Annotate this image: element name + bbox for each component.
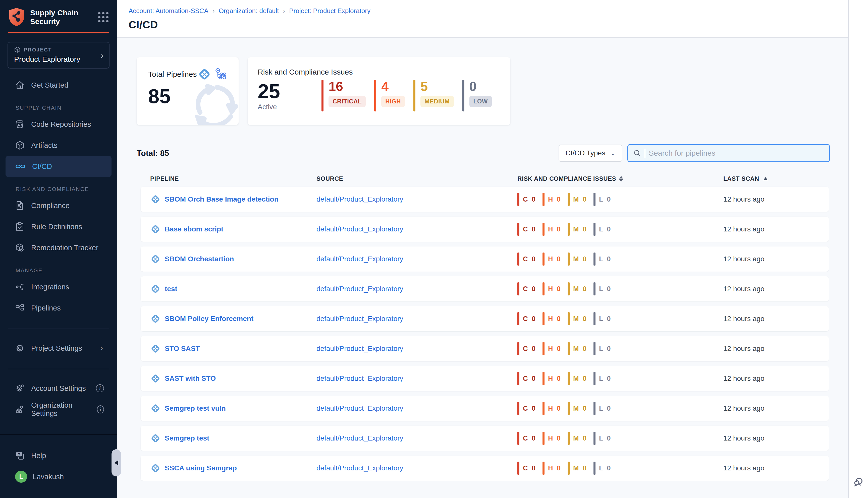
table-row[interactable]: STO SAST default/Product_Exploratory C 0… (141, 336, 829, 361)
app-title: Supply Chain Security (30, 8, 93, 26)
sidebar-item-rule-definitions[interactable]: Rule Definitions (0, 216, 117, 237)
supply-chain-security-logo-icon (9, 8, 25, 27)
pipeline-source-link[interactable]: default/Product_Exploratory (316, 225, 517, 233)
sidebar-item-help[interactable]: ? Help (0, 445, 117, 466)
pipeline-name-link[interactable]: SBOM Orch Base Image detection (165, 195, 278, 203)
sidebar-nav: Get Started SUPPLY CHAIN Code Repositori… (0, 75, 117, 420)
table-row[interactable]: SBOM Orchestartion default/Product_Explo… (141, 247, 829, 272)
user-avatar[interactable]: L (15, 471, 27, 483)
home-icon (15, 80, 25, 90)
sidebar-item-code-repositories[interactable]: Code Repositories (0, 114, 117, 135)
pipeline-name-link[interactable]: SBOM Policy Enforcement (165, 315, 254, 323)
column-header-risk-issues[interactable]: RISK AND COMPLIANCE ISSUES (517, 175, 723, 182)
medium-count-badge: M 0 (568, 283, 587, 296)
pipeline-source-link[interactable]: default/Product_Exploratory (316, 404, 517, 412)
pipeline-source-link[interactable]: default/Product_Exploratory (316, 464, 517, 472)
medium-count-badge: M 0 (568, 372, 587, 385)
table-row[interactable]: SSCA using Semgrep default/Product_Explo… (141, 456, 829, 481)
sidebar-item-user-profile[interactable]: L Lavakush (0, 466, 117, 487)
sidebar-item-account-settings[interactable]: Account Settings i (0, 378, 117, 399)
sidebar-item-organization-settings[interactable]: Organization Settings i (0, 399, 117, 420)
sidebar-item-cicd[interactable]: CI/CD (5, 156, 112, 177)
last-scan-value: 12 hours ago (723, 225, 829, 233)
pipeline-source-link[interactable]: default/Product_Exploratory (316, 375, 517, 382)
medium-count-badge: M 0 (568, 462, 587, 475)
table-row[interactable]: Base sbom script default/Product_Explora… (141, 217, 829, 242)
info-icon[interactable]: i (96, 384, 104, 392)
sidebar-item-remediation-tracker[interactable]: Remediation Tracker (0, 237, 117, 258)
column-header-last-scan[interactable]: LAST SCAN (723, 175, 829, 182)
pipeline-name-link[interactable]: Semgrep test (165, 434, 209, 442)
sort-icon (619, 176, 623, 182)
pipeline-name-link[interactable]: Semgrep test vuln (165, 404, 226, 412)
sidebar-item-get-started[interactable]: Get Started (0, 75, 117, 96)
low-count: 0 (469, 80, 492, 93)
risk-compliance-card: Risk and Compliance Issues 25 Active 16 … (248, 57, 510, 125)
sidebar-item-compliance[interactable]: Compliance (0, 195, 117, 216)
text-cursor (645, 148, 645, 158)
pipeline-issue-badges: C 0 H 0 M 0 L 0 (517, 283, 723, 296)
app-switcher-grid-icon[interactable] (98, 12, 108, 22)
pipeline-source-link[interactable]: default/Product_Exploratory (316, 434, 517, 442)
table-header-row: PIPELINE SOURCE RISK AND COMPLIANCE ISSU… (141, 175, 829, 182)
cicd-types-dropdown-label: CI/CD Types (566, 149, 605, 157)
table-row[interactable]: Semgrep test vuln default/Product_Explor… (141, 396, 829, 421)
pipeline-search[interactable] (627, 144, 830, 162)
pipeline-name-link[interactable]: STO SAST (165, 345, 200, 353)
search-input[interactable] (649, 149, 824, 157)
sidebar: Supply Chain Security PROJECT Product Ex… (0, 0, 117, 498)
breadcrumb-account[interactable]: Account: Automation-SSCA (129, 7, 208, 15)
pipeline-source-link[interactable]: default/Product_Exploratory (316, 345, 517, 353)
column-header-pipeline[interactable]: PIPELINE (150, 175, 316, 182)
last-scan-value: 12 hours ago (723, 404, 829, 412)
severity-critical: 16 CRITICAL (322, 80, 366, 112)
medium-badge: MEDIUM (420, 96, 454, 107)
low-count-badge: L 0 (594, 283, 612, 296)
summary-cards: Total Pipelines 85 Risk and Compliance I… (137, 57, 848, 125)
info-icon[interactable]: i (97, 405, 104, 414)
pipeline-name-link[interactable]: Base sbom script (165, 225, 223, 233)
severity-medium: 5 MEDIUM (413, 80, 454, 112)
sidebar-item-label: Help (31, 451, 46, 460)
table-row[interactable]: SAST with STO default/Product_Explorator… (141, 366, 829, 391)
pipeline-source-link[interactable]: default/Product_Exploratory (316, 285, 517, 293)
table-row[interactable]: Semgrep test default/Product_Exploratory… (141, 426, 829, 451)
pipeline-name-link[interactable]: SAST with STO (165, 375, 216, 382)
pipeline-diamond-icon (150, 403, 161, 414)
breadcrumb-project[interactable]: Project: Product Exploratory (289, 7, 371, 15)
gear-icon (15, 343, 25, 353)
low-count-badge: L 0 (594, 223, 612, 236)
cicd-types-dropdown[interactable]: CI/CD Types ⌄ (559, 145, 622, 162)
pipeline-source-link[interactable]: default/Product_Exploratory (316, 195, 517, 203)
pipeline-source-link[interactable]: default/Product_Exploratory (316, 315, 517, 323)
last-scan-value: 12 hours ago (723, 195, 829, 203)
pipeline-diamond-icon (150, 343, 161, 354)
severity-bar (462, 80, 464, 112)
last-scan-value: 12 hours ago (723, 375, 829, 382)
pipeline-diamond-icon (150, 463, 161, 473)
breadcrumb-organization[interactable]: Organization: default (219, 7, 279, 15)
code-repository-icon (15, 119, 25, 129)
pipeline-name-link[interactable]: SSCA using Semgrep (165, 464, 237, 472)
sidebar-item-artifacts[interactable]: Artifacts (0, 135, 117, 156)
support-chat-icon[interactable] (852, 475, 865, 488)
sidebar-item-pipelines[interactable]: Pipelines (0, 298, 117, 318)
table-row[interactable]: SBOM Orch Base Image detection default/P… (141, 187, 829, 212)
table-row[interactable]: SBOM Policy Enforcement default/Product_… (141, 306, 829, 331)
sidebar-item-integrations[interactable]: Integrations (0, 276, 117, 298)
pipeline-name-link[interactable]: SBOM Orchestartion (165, 255, 234, 263)
column-header-source[interactable]: SOURCE (316, 175, 517, 182)
medium-count-badge: M 0 (568, 432, 587, 445)
right-panel-strip (848, 0, 868, 498)
sidebar-item-label: Remediation Tracker (31, 244, 99, 252)
severity-summary: 16 CRITICAL 4 HIGH 5 MEDIUM (322, 80, 500, 112)
pipeline-name-link[interactable]: test (165, 285, 177, 293)
sidebar-item-project-settings[interactable]: Project Settings › (0, 338, 117, 359)
pipeline-issue-badges: C 0 H 0 M 0 L 0 (517, 402, 723, 415)
pipeline-diamond-icon (150, 194, 161, 205)
table-row[interactable]: test default/Product_Exploratory C 0 H 0… (141, 276, 829, 301)
pipeline-issue-badges: C 0 H 0 M 0 L 0 (517, 223, 723, 236)
pipeline-source-link[interactable]: default/Product_Exploratory (316, 255, 517, 263)
sidebar-collapse-handle[interactable] (112, 449, 121, 476)
project-selector[interactable]: PROJECT Product Exploratory › (8, 42, 109, 68)
